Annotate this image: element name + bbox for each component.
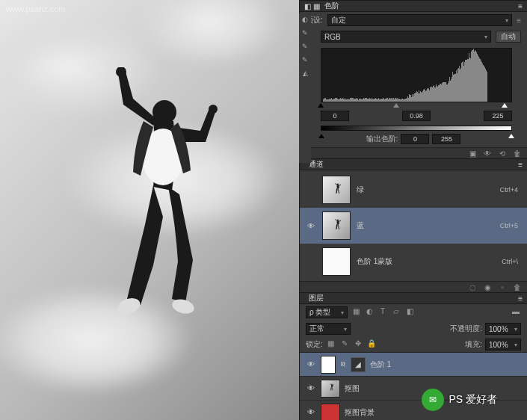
svg-point-3 xyxy=(170,297,196,315)
input-white-field[interactable]: 225 xyxy=(484,111,512,121)
wechat-icon: ✉ xyxy=(422,389,444,411)
load-selection-icon[interactable]: ◌ xyxy=(467,282,478,292)
target-adjust-icon[interactable]: ◐ xyxy=(301,15,309,24)
lock-label: 锁定: xyxy=(306,339,323,350)
layer-name: 抠图 xyxy=(345,383,360,394)
levels-tab[interactable]: 色阶 xyxy=(320,1,344,11)
levels-side-tools: ◐ ✎ ✎ ✎ ◭ xyxy=(299,13,311,163)
visibility-eye-icon[interactable]: 👁 xyxy=(306,408,316,416)
filter-toggle[interactable]: ▬ xyxy=(511,307,521,318)
filter-shape-icon[interactable]: ▱ xyxy=(391,307,401,318)
fill-label: 填充: xyxy=(465,339,482,350)
adjustments-panel-header: ◧ ▦ 色阶 ≡ xyxy=(300,0,527,12)
white-point-slider[interactable] xyxy=(502,103,508,108)
channel-shortcut: Ctrl+5 xyxy=(500,222,518,229)
fill-field[interactable]: 100%▾ xyxy=(485,339,521,350)
gray-eyedropper-icon[interactable]: ✎ xyxy=(301,42,309,51)
preset-menu-icon[interactable]: ≡ xyxy=(517,16,521,25)
output-gradient[interactable] xyxy=(321,126,512,132)
svg-rect-9 xyxy=(337,220,339,224)
layer-mask-thumb[interactable] xyxy=(321,356,336,374)
filter-smart-icon[interactable]: ◧ xyxy=(404,307,415,318)
lock-transparent-icon[interactable]: ▦ xyxy=(326,339,336,350)
layer-name: 抠图背景 xyxy=(345,407,375,418)
watermark-text: PS 爱好者 xyxy=(449,393,497,407)
panel-menu-icon[interactable]: ≡ xyxy=(518,2,523,10)
input-slider[interactable] xyxy=(321,104,512,109)
layer-filter-dropdown[interactable]: ρ 类型▾ xyxy=(306,306,348,318)
gamma-slider[interactable] xyxy=(393,103,399,108)
filter-adjust-icon[interactable]: ◐ xyxy=(364,307,375,318)
output-white-field[interactable]: 255 xyxy=(432,134,460,144)
link-icon[interactable]: ⛓ xyxy=(340,361,346,368)
reset-icon[interactable]: ⟲ xyxy=(497,148,508,158)
lock-position-icon[interactable]: ✥ xyxy=(353,339,363,350)
levels-adjust-icon: ◢ xyxy=(351,357,366,372)
layer-row[interactable]: 👁⛓◢色阶 1 xyxy=(300,353,527,377)
svg-rect-7 xyxy=(337,185,339,188)
output-white-slider[interactable] xyxy=(508,134,514,138)
clip-to-layer-icon[interactable]: ▣ xyxy=(467,148,478,158)
histogram[interactable]: document.write(Array.from({length:220},(… xyxy=(321,48,512,102)
watermark: ✉ PS 爱好者 xyxy=(422,389,497,411)
channel-name: 色阶 1蒙版 xyxy=(357,256,496,267)
layer-thumb[interactable] xyxy=(321,404,340,420)
visibility-eye-icon[interactable]: 👁 xyxy=(306,360,316,368)
lock-all-icon[interactable]: 🔒 xyxy=(366,339,377,350)
filter-type-icon[interactable]: T xyxy=(377,307,388,318)
output-label: 输出色阶: xyxy=(366,134,398,144)
url-watermark: www.psahz.com xyxy=(6,4,65,13)
adjust-footer: ▣ 👁 ⟲ 🗑 xyxy=(300,147,527,158)
layers-tab[interactable]: 图层 xyxy=(304,293,328,303)
output-black-field[interactable]: 0 xyxy=(401,134,429,144)
channels-list: 绿Ctrl+4👁蓝Ctrl+5色阶 1蒙版Ctrl+\ xyxy=(300,170,527,281)
black-eyedropper-icon[interactable]: ✎ xyxy=(301,28,309,37)
channel-row[interactable]: 色阶 1蒙版Ctrl+\ xyxy=(300,244,527,280)
opacity-field[interactable]: 100%▾ xyxy=(485,323,521,335)
svg-rect-11 xyxy=(331,385,333,387)
delete-adjust-icon[interactable]: 🗑 xyxy=(512,148,523,158)
filter-pixel-icon[interactable]: ▦ xyxy=(351,307,361,318)
channel-thumb xyxy=(322,211,351,240)
input-gamma-field[interactable]: 0.98 xyxy=(402,111,431,121)
panel-menu-icon[interactable]: ≡ xyxy=(518,294,523,303)
delete-channel-icon[interactable]: 🗑 xyxy=(512,282,523,292)
view-previous-icon[interactable]: 👁 xyxy=(482,148,493,158)
channel-name: 蓝 xyxy=(357,220,494,231)
channel-dropdown[interactable]: RGB▾ xyxy=(321,31,491,43)
channel-shortcut: Ctrl+4 xyxy=(500,186,518,194)
svg-point-5 xyxy=(209,105,218,114)
input-black-field[interactable]: 0 xyxy=(321,111,349,121)
auto-button[interactable]: 自动 xyxy=(496,31,521,43)
blend-mode-dropdown[interactable]: 正常▾ xyxy=(306,323,351,335)
clip-warning-icon[interactable]: ◭ xyxy=(301,69,309,78)
output-black-slider[interactable] xyxy=(318,134,324,138)
channels-footer: ◌ ◉ ▫ 🗑 xyxy=(300,281,527,292)
channels-panel-header: 通道 ≡ xyxy=(300,158,527,170)
layer-name: 色阶 1 xyxy=(370,359,391,370)
channel-thumb xyxy=(322,176,351,204)
channel-row[interactable]: 👁蓝Ctrl+5 xyxy=(300,208,527,244)
visibility-eye-icon[interactable]: 👁 xyxy=(306,222,316,230)
white-eyedropper-icon[interactable]: ✎ xyxy=(301,55,309,64)
channel-shortcut: Ctrl+\ xyxy=(502,258,518,265)
jumping-man-figure xyxy=(82,67,232,351)
preset-dropdown[interactable]: 自定▾ xyxy=(327,14,512,26)
right-panels: ◧ ▦ 色阶 ≡ 预设: 自定▾ ≡ RGB▾ 自动 ◐ ✎ ✎ ✎ ◭ doc… xyxy=(299,0,527,420)
opacity-label: 不透明度: xyxy=(450,324,482,334)
black-point-slider[interactable] xyxy=(318,103,324,108)
adjust-icons: ◧ ▦ xyxy=(304,2,320,10)
channel-thumb xyxy=(322,247,351,276)
canvas-area[interactable]: www.psahz.com xyxy=(0,0,299,420)
layers-panel-header: 图层 ≡ xyxy=(300,292,527,304)
channel-name: 绿 xyxy=(357,185,494,195)
channel-row[interactable]: 绿Ctrl+4 xyxy=(300,172,527,208)
visibility-eye-icon[interactable]: 👁 xyxy=(306,384,316,392)
layer-thumb[interactable] xyxy=(321,380,340,398)
save-selection-icon[interactable]: ◉ xyxy=(482,282,493,292)
panel-menu-icon[interactable]: ≡ xyxy=(518,161,523,169)
lock-pixels-icon[interactable]: ✎ xyxy=(339,339,350,350)
document-image: www.psahz.com xyxy=(0,0,299,420)
new-channel-icon[interactable]: ▫ xyxy=(497,282,508,292)
